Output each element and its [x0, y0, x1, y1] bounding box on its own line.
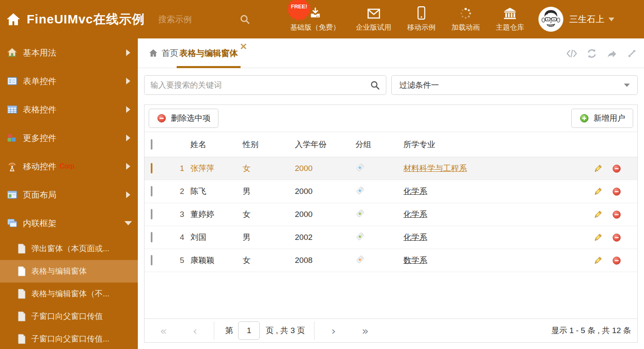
open-new-window-icon[interactable] [606, 48, 617, 59]
delete-row-icon[interactable] [612, 164, 621, 173]
keyword-search-box[interactable] [144, 75, 386, 95]
sidebar-item-label: 页面布局 [23, 189, 56, 201]
cell-gender: 男 [236, 232, 289, 243]
first-page-button[interactable]: « [160, 325, 167, 336]
sidebar-item-page-layout[interactable]: 页面布局 [0, 181, 138, 209]
source-code-icon[interactable] [566, 48, 577, 59]
sidebar-subitem-grid-edit-window-no[interactable]: 表格与编辑窗体（不... [0, 283, 138, 305]
nav-enterprise-trial[interactable]: 企业版试用 [356, 6, 391, 32]
column-header-name[interactable]: 姓名 [184, 139, 236, 150]
column-header-gender[interactable]: 性别 [236, 139, 289, 150]
sidebar-item-more-controls[interactable]: 更多控件 [0, 124, 138, 152]
tag-icon [355, 209, 365, 218]
chevron-right-icon [126, 135, 130, 141]
free-badge: FREE! [287, 0, 311, 21]
search-icon[interactable] [239, 14, 250, 25]
delete-row-icon[interactable] [612, 187, 621, 196]
sidebar-item-label: 内联框架 [23, 218, 56, 229]
sidebar-item-iframe[interactable]: 内联框架 [0, 209, 138, 237]
cell-name: 刘国 [184, 232, 236, 243]
edit-pencil-icon[interactable] [593, 164, 603, 173]
column-header-year[interactable]: 入学年份 [289, 139, 349, 150]
app-logo[interactable]: FineUIMvc在线示例 [6, 11, 145, 28]
prev-page-button[interactable]: ‹ [193, 325, 198, 336]
sidebar-item-grid-controls[interactable]: 表格控件 [0, 95, 138, 124]
free-badge-label: FREE! [287, 3, 311, 10]
row-number: 1 [167, 164, 184, 173]
chevron-right-icon [126, 191, 130, 198]
column-header-major[interactable]: 所学专业 [397, 139, 585, 150]
delete-row-icon[interactable] [612, 210, 621, 219]
sidebar-subitem-popup-window[interactable]: 弹出窗体（本页面或... [0, 237, 138, 260]
edit-pencil-icon[interactable] [593, 187, 603, 196]
next-page-button[interactable]: › [331, 325, 336, 336]
row-checkbox[interactable] [151, 209, 152, 219]
delete-row-icon[interactable] [612, 256, 621, 265]
envelope-icon [367, 6, 380, 20]
row-checkbox[interactable] [151, 255, 152, 265]
button-label: 新增用户 [593, 113, 625, 124]
mobile-icon [417, 6, 426, 20]
refresh-icon[interactable] [586, 48, 597, 59]
corp-badge: Corp. [60, 163, 76, 170]
close-icon[interactable] [241, 43, 246, 49]
page-prefix: 第 [225, 325, 233, 336]
cell-name: 董婷婷 [184, 209, 236, 220]
major-link[interactable]: 材料科学与工程系 [403, 164, 467, 173]
table-row[interactable]: 5 康颖颖 女 2008 数学系 [145, 249, 637, 272]
major-link[interactable]: 数学系 [403, 256, 427, 265]
download-icon [309, 6, 322, 20]
row-checkbox[interactable] [151, 232, 152, 242]
grid-empty-area [145, 272, 637, 318]
sidebar-subitem-label: 子窗口向父窗口传值 [31, 311, 103, 322]
edit-pencil-icon[interactable] [593, 233, 603, 242]
layout-icon [7, 189, 18, 200]
nav-loading-animation[interactable]: 加载动画 [451, 6, 480, 32]
table-row[interactable]: 1 张萍萍 女 2000 材料科学与工程系 [145, 157, 637, 180]
delete-selected-button[interactable]: 删除选中项 [149, 109, 218, 128]
filter-row: 过滤条件一 [144, 75, 638, 95]
delete-row-icon[interactable] [612, 233, 621, 242]
sidebar-subitem-grid-edit-window[interactable]: 表格与编辑窗体 [0, 260, 138, 283]
major-link[interactable]: 化学系 [403, 210, 427, 219]
major-link[interactable]: 化学系 [403, 233, 427, 242]
sidebar-item-basic-usage[interactable]: 基本用法 [0, 38, 138, 67]
user-avatar[interactable] [538, 7, 563, 32]
chevron-right-icon [126, 78, 130, 84]
major-link[interactable]: 化学系 [403, 187, 427, 196]
sidebar-subitem-child-to-parent-2[interactable]: 子窗口向父窗口传值... [0, 328, 138, 349]
tab-grid-edit-window[interactable]: 表格与编辑窗体 [177, 38, 241, 68]
cell-year: 2000 [289, 187, 349, 196]
add-user-button[interactable]: 新增用户 [571, 109, 633, 128]
sidebar-subitem-child-to-parent[interactable]: 子窗口向父窗口传值 [0, 305, 138, 328]
last-page-button[interactable]: » [362, 325, 369, 336]
page-number-input[interactable] [238, 321, 260, 340]
keyword-search-input[interactable] [150, 81, 370, 90]
sidebar-item-form-controls[interactable]: 表单控件 [0, 67, 138, 95]
header-search[interactable]: 搜索示例 [158, 14, 250, 25]
table-row[interactable]: 3 董婷婷 女 2000 化学系 [145, 203, 637, 226]
username[interactable]: 三生石上 [569, 13, 604, 25]
expand-icon[interactable] [626, 48, 637, 59]
search-icon[interactable] [370, 80, 380, 90]
cell-year: 2002 [289, 233, 349, 242]
tab-home[interactable]: 首页 [148, 48, 178, 59]
sidebar-item-label: 表单控件 [23, 76, 56, 87]
divider [214, 321, 214, 340]
select-all-checkbox[interactable] [151, 139, 152, 150]
nav-theme-repo[interactable]: 主题仓库 [496, 6, 524, 32]
chevron-right-icon [126, 163, 130, 170]
table-row[interactable]: 4 刘国 男 2002 化学系 [145, 226, 637, 249]
edit-pencil-icon[interactable] [593, 210, 603, 219]
edit-pencil-icon[interactable] [593, 256, 603, 265]
sidebar-item-mobile-controls[interactable]: 移动控件 Corp. [0, 152, 138, 181]
column-header-group[interactable]: 分组 [349, 139, 397, 150]
table-icon [7, 104, 18, 115]
table-row[interactable]: 2 陈飞 男 2000 化学系 [145, 180, 637, 203]
pagination-summary: 显示 1 - 5 条 , 共 12 条 [551, 325, 631, 336]
filter-dropdown[interactable]: 过滤条件一 [391, 75, 638, 95]
row-checkbox[interactable] [151, 163, 152, 173]
nav-mobile-demo[interactable]: 移动示例 [407, 6, 436, 32]
user-menu-caret-icon[interactable] [609, 18, 614, 21]
row-checkbox[interactable] [151, 186, 152, 196]
